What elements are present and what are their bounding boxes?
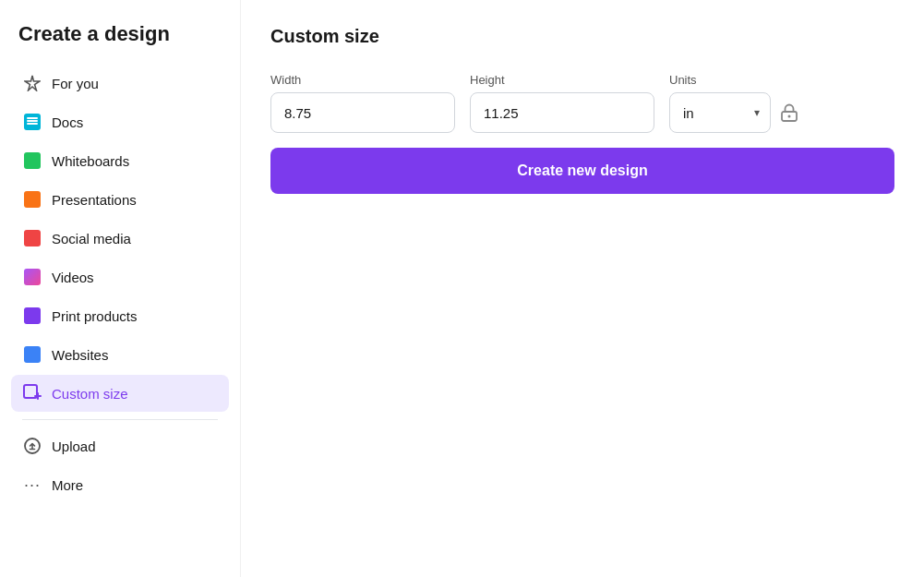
- sidebar-item-social-media[interactable]: Social media: [11, 220, 229, 257]
- height-label: Height: [470, 73, 654, 87]
- custom-size-icon: [22, 383, 42, 403]
- sidebar-item-docs[interactable]: Docs: [11, 103, 229, 140]
- width-label: Width: [270, 73, 455, 87]
- videos-icon: [22, 267, 42, 287]
- sidebar-item-label: Docs: [52, 114, 83, 130]
- upload-icon: [22, 436, 42, 456]
- foryou-icon: [22, 73, 42, 93]
- units-label: Units: [669, 73, 800, 87]
- docs-icon: [22, 112, 42, 132]
- sidebar-item-label: Whiteboards: [52, 153, 129, 169]
- height-input[interactable]: [470, 92, 654, 133]
- sidebar-item-label: Websites: [52, 347, 108, 363]
- sidebar-item-for-you[interactable]: For you: [11, 65, 229, 102]
- units-select-wrapper: px in cm mm: [669, 92, 771, 133]
- page-title: Create a design: [11, 22, 229, 46]
- units-wrapper: px in cm mm: [669, 92, 800, 133]
- sidebar-divider: [22, 419, 218, 420]
- whiteboards-icon: [22, 150, 42, 171]
- sidebar-item-upload[interactable]: Upload: [11, 427, 229, 464]
- sidebar-item-label: More: [52, 477, 83, 493]
- sidebar-item-label: Custom size: [52, 386, 128, 402]
- svg-point-3: [788, 115, 791, 118]
- sidebar-item-whiteboards[interactable]: Whiteboards: [11, 142, 229, 179]
- units-select[interactable]: px in cm mm: [669, 92, 771, 133]
- units-field-group: Units px in cm mm: [669, 73, 800, 133]
- sidebar-item-label: Upload: [52, 439, 96, 454]
- more-icon: ···: [22, 475, 42, 495]
- main-content: Custom size Width Height Units px in cm …: [240, 0, 924, 577]
- sidebar-item-label: Videos: [52, 270, 94, 285]
- sidebar-item-print-products[interactable]: Print products: [11, 297, 229, 334]
- lock-icon[interactable]: [778, 102, 800, 124]
- sidebar-item-custom-size[interactable]: Custom size: [11, 375, 229, 412]
- sidebar-item-label: Print products: [52, 308, 138, 324]
- sidebar-item-label: Presentations: [52, 192, 137, 208]
- width-field-group: Width: [270, 73, 455, 133]
- sidebar-item-label: For you: [52, 76, 99, 91]
- sidebar-item-presentations[interactable]: Presentations: [11, 181, 229, 218]
- width-input[interactable]: [270, 92, 455, 133]
- print-products-icon: [22, 306, 42, 326]
- sidebar: Create a design For you Docs Whiteboards…: [0, 0, 240, 577]
- dimensions-form: Width Height Units px in cm mm: [270, 73, 894, 133]
- sidebar-item-videos[interactable]: Videos: [11, 258, 229, 295]
- height-field-group: Height: [470, 73, 654, 133]
- custom-size-title: Custom size: [270, 26, 894, 47]
- social-media-icon: [22, 228, 42, 248]
- sidebar-item-websites[interactable]: Websites: [11, 336, 229, 373]
- websites-icon: [22, 344, 42, 365]
- sidebar-item-more[interactable]: ··· More: [11, 466, 229, 503]
- create-new-design-button[interactable]: Create new design: [270, 148, 894, 194]
- presentations-icon: [22, 189, 42, 210]
- sidebar-item-label: Social media: [52, 231, 131, 246]
